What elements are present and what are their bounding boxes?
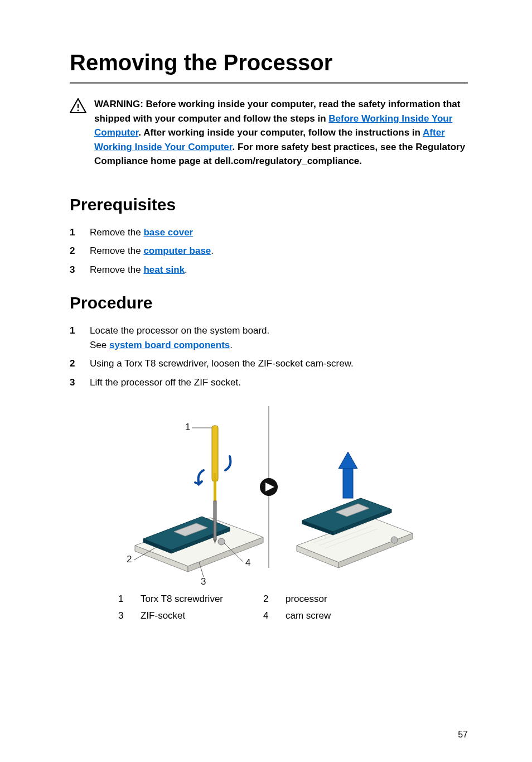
legend-num: 2 bbox=[263, 594, 286, 605]
link-heat-sink[interactable]: heat sink bbox=[143, 264, 185, 275]
list-number: 2 bbox=[70, 244, 78, 258]
warning-text: WARNING: Before working inside your comp… bbox=[94, 97, 468, 168]
list-text: Remove the computer base. bbox=[90, 244, 468, 258]
diagram-container: 1 2 3 4 bbox=[70, 406, 468, 585]
list-number: 1 bbox=[70, 324, 78, 352]
list-text: Remove the heat sink. bbox=[90, 263, 468, 277]
link-system-board[interactable]: system board components bbox=[109, 340, 230, 350]
list-number: 3 bbox=[70, 263, 78, 277]
legend-label: cam screw bbox=[286, 610, 419, 621]
list-text: Locate the processor on the system board… bbox=[90, 324, 468, 352]
svg-rect-12 bbox=[214, 473, 216, 501]
list-item: 1 Locate the processor on the system boa… bbox=[70, 324, 468, 352]
legend-label: ZIF-socket bbox=[141, 610, 263, 621]
callout-2: 2 bbox=[127, 554, 132, 565]
procedure-list: 1 Locate the processor on the system boa… bbox=[70, 324, 468, 389]
legend-label: processor bbox=[286, 594, 419, 605]
legend-num: 1 bbox=[118, 594, 141, 605]
legend-label: Torx T8 screwdriver bbox=[141, 594, 263, 605]
list-number: 3 bbox=[70, 375, 78, 390]
list-item: 3 Remove the heat sink. bbox=[70, 263, 468, 277]
svg-point-20 bbox=[391, 537, 398, 543]
list-item: 3 Lift the processor off the ZIF socket. bbox=[70, 375, 468, 390]
link-computer-base[interactable]: computer base bbox=[143, 245, 211, 256]
procedure-heading: Procedure bbox=[70, 293, 468, 312]
list-text: Using a Torx T8 screwdriver, loosen the … bbox=[90, 356, 468, 371]
callout-3: 3 bbox=[201, 576, 206, 585]
legend-row: 3 ZIF-socket 4 cam screw bbox=[118, 610, 419, 621]
legend-num: 3 bbox=[118, 610, 141, 621]
page-number: 57 bbox=[458, 730, 468, 740]
legend-table: 1 Torx T8 screwdriver 2 processor 3 ZIF-… bbox=[118, 594, 419, 621]
legend-num: 4 bbox=[263, 610, 286, 621]
warning-block: WARNING: Before working inside your comp… bbox=[70, 97, 468, 168]
page-title: Removing the Processor bbox=[70, 50, 468, 84]
warning-icon bbox=[70, 98, 86, 114]
svg-rect-28 bbox=[343, 467, 353, 498]
list-item: 1 Remove the base cover bbox=[70, 225, 468, 240]
list-item: 2 Using a Torx T8 screwdriver, loosen th… bbox=[70, 356, 468, 371]
procedure-diagram: 1 2 3 4 bbox=[118, 406, 419, 585]
svg-point-1 bbox=[78, 110, 79, 112]
prerequisites-heading: Prerequisites bbox=[70, 195, 468, 214]
link-base-cover[interactable]: base cover bbox=[143, 227, 193, 238]
svg-point-6 bbox=[218, 538, 225, 545]
list-number: 1 bbox=[70, 225, 78, 240]
callout-1: 1 bbox=[185, 422, 190, 432]
legend-row: 1 Torx T8 screwdriver 2 processor bbox=[118, 594, 419, 605]
prerequisites-list: 1 Remove the base cover 2 Remove the com… bbox=[70, 225, 468, 277]
warning-mid1: . After working inside your computer, fo… bbox=[138, 127, 423, 138]
svg-marker-29 bbox=[338, 452, 357, 469]
list-item: 2 Remove the computer base. bbox=[70, 244, 468, 258]
list-number: 2 bbox=[70, 356, 78, 371]
svg-rect-13 bbox=[214, 501, 216, 540]
list-text: Remove the base cover bbox=[90, 225, 468, 240]
callout-4: 4 bbox=[245, 557, 250, 568]
list-text: Lift the processor off the ZIF socket. bbox=[90, 375, 468, 390]
